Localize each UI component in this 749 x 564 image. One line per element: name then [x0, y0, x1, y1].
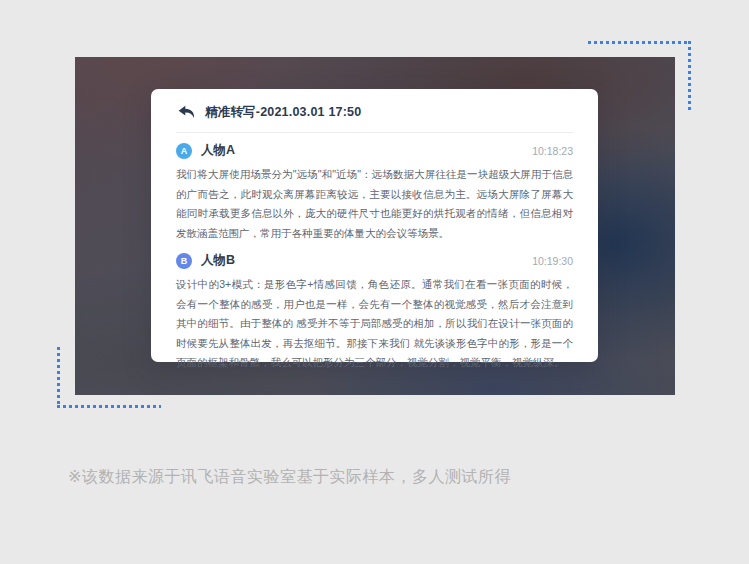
- card-title: 精准转写-2021.03.01 17:50: [205, 104, 361, 121]
- card-header: 精准转写-2021.03.01 17:50: [176, 89, 573, 133]
- transcript-card: 精准转写-2021.03.01 17:50 A 人物A 10:18:23 我们将…: [151, 89, 598, 362]
- dotted-line-top-right-vertical: [688, 41, 691, 113]
- speaker-block-a: A 人物A 10:18:23 我们将大屏使用场景分为"远场"和"近场"：远场数据…: [176, 142, 573, 243]
- dotted-line-bottom-left-vertical: [57, 347, 60, 407]
- dotted-line-top-right-horizontal: [588, 41, 691, 44]
- speaker-b-speech-text: 设计中的3+模式：是形色字+情感回馈，角色还原。通常我们在看一张页面的时候， 会…: [176, 275, 573, 373]
- speaker-b-avatar: B: [176, 253, 192, 269]
- speaker-b-name: 人物B: [201, 252, 235, 269]
- speaker-a-timestamp: 10:18:23: [532, 145, 573, 157]
- speaker-a-name: 人物A: [201, 142, 235, 159]
- speaker-a-avatar: A: [176, 143, 192, 159]
- dotted-line-bottom-left-horizontal: [57, 405, 161, 408]
- speaker-row: A 人物A 10:18:23: [176, 142, 573, 159]
- speaker-b-timestamp: 10:19:30: [532, 255, 573, 267]
- back-arrow-icon[interactable]: [178, 105, 195, 120]
- page: 精准转写-2021.03.01 17:50 A 人物A 10:18:23 我们将…: [0, 0, 749, 564]
- speaker-block-b: B 人物B 10:19:30 设计中的3+模式：是形色字+情感回馈，角色还原。通…: [176, 252, 573, 373]
- data-source-footnote: ※该数据来源于讯飞语音实验室基于实际样本，多人测试所得: [68, 467, 511, 488]
- speaker-a-speech-text: 我们将大屏使用场景分为"远场"和"近场"：远场数据大屏往往是一块超级大屏用于信息…: [176, 165, 573, 243]
- speaker-row: B 人物B 10:19:30: [176, 252, 573, 269]
